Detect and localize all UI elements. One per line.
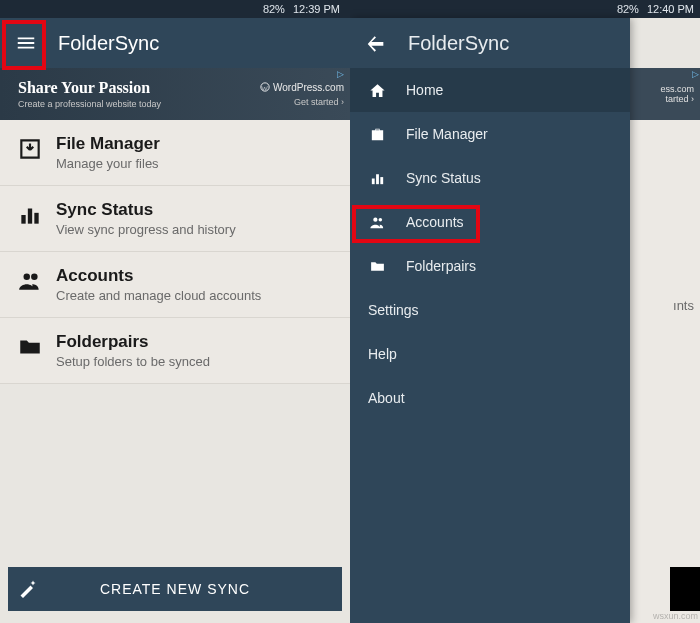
drawer-label: Help [368, 346, 397, 362]
svg-rect-6 [371, 178, 374, 184]
drawer-label: Folderpairs [406, 258, 476, 274]
watermark: wsxun.com [653, 611, 698, 621]
svg-point-4 [24, 273, 31, 280]
ad-brand: WordPress.com [260, 82, 344, 93]
people-icon [10, 266, 50, 294]
drawer-item-about[interactable]: About [350, 376, 630, 420]
adchoices-icon: ▷ [337, 69, 349, 81]
drawer-item-settings[interactable]: Settings [350, 288, 630, 332]
row-title: Accounts [56, 266, 261, 286]
drawer-label: Home [406, 82, 443, 98]
people-icon [368, 214, 386, 231]
screen-right: 82% 12:40 PM ▷ ess.com tarted › ınts Fol… [350, 0, 700, 623]
svg-point-5 [31, 273, 38, 280]
wand-icon [18, 578, 38, 601]
svg-rect-3 [34, 213, 38, 224]
adchoices-icon: ▷ [692, 69, 699, 79]
bars-icon [368, 170, 386, 187]
svg-rect-8 [380, 177, 383, 184]
drawer-label: Sync Status [406, 170, 481, 186]
drawer-item-folderpairs[interactable]: Folderpairs [350, 244, 630, 288]
row-sub: Setup folders to be synced [56, 354, 210, 369]
row-sub: Manage your files [56, 156, 160, 171]
row-title: File Manager [56, 134, 160, 154]
drawer-item-help[interactable]: Help [350, 332, 630, 376]
home-icon [368, 82, 386, 99]
row-sync-status[interactable]: Sync StatusView sync progress and histor… [0, 186, 350, 252]
status-bar-left: 82% 12:39 PM [0, 0, 350, 18]
row-sub: View sync progress and history [56, 222, 236, 237]
drawer-title: FolderSync [408, 32, 509, 55]
bars-icon [10, 200, 50, 228]
briefcase-icon [368, 126, 386, 143]
partial-row-text: ınts [673, 298, 694, 313]
row-title: Sync Status [56, 200, 236, 220]
download-box-icon [10, 134, 50, 162]
hamburger-icon[interactable] [6, 23, 46, 63]
main-list: File ManagerManage your files Sync Statu… [0, 120, 350, 384]
app-bar-left: FolderSync [0, 18, 350, 68]
drawer-label: Accounts [406, 214, 464, 230]
row-folderpairs[interactable]: FolderpairsSetup folders to be synced [0, 318, 350, 384]
drawer-label: File Manager [406, 126, 488, 142]
partial-bottom-bar [670, 567, 700, 611]
svg-rect-1 [21, 215, 25, 224]
battery-text: 82% [617, 3, 639, 15]
drawer-item-sync-status[interactable]: Sync Status [350, 156, 630, 200]
ad-title: Share Your Passion [18, 79, 161, 97]
drawer-item-file-manager[interactable]: File Manager [350, 112, 630, 156]
row-file-manager[interactable]: File ManagerManage your files [0, 120, 350, 186]
svg-rect-2 [28, 209, 32, 224]
drawer-label: Settings [368, 302, 419, 318]
screen-left: 82% 12:39 PM FolderSync Share Your Passi… [0, 0, 350, 623]
nav-drawer: FolderSync Home File Manager Sync Status… [350, 18, 630, 623]
back-icon[interactable] [356, 23, 396, 63]
status-bar-right: 82% 12:40 PM [350, 0, 700, 18]
folder-icon [368, 258, 386, 275]
svg-rect-7 [376, 174, 379, 184]
clock-text: 12:40 PM [647, 3, 694, 15]
drawer-item-accounts[interactable]: Accounts [350, 200, 630, 244]
ad-subtitle: Create a professional website today [18, 99, 161, 109]
ad-cta: Get started › [260, 97, 344, 107]
clock-text: 12:39 PM [293, 3, 340, 15]
row-title: Folderpairs [56, 332, 210, 352]
drawer-item-home[interactable]: Home [350, 68, 630, 112]
battery-text: 82% [263, 3, 285, 15]
app-title-left: FolderSync [58, 32, 159, 55]
folder-icon [10, 332, 50, 360]
svg-point-10 [378, 217, 382, 221]
row-accounts[interactable]: AccountsCreate and manage cloud accounts [0, 252, 350, 318]
drawer-label: About [368, 390, 405, 406]
drawer-header: FolderSync [350, 18, 630, 68]
create-new-sync-button[interactable]: CREATE NEW SYNC [8, 567, 342, 611]
create-label: CREATE NEW SYNC [100, 581, 250, 597]
row-sub: Create and manage cloud accounts [56, 288, 261, 303]
partial-ad: ▷ ess.com tarted › [620, 68, 700, 120]
ad-banner[interactable]: Share Your Passion Create a professional… [0, 68, 350, 120]
svg-point-9 [373, 217, 377, 221]
